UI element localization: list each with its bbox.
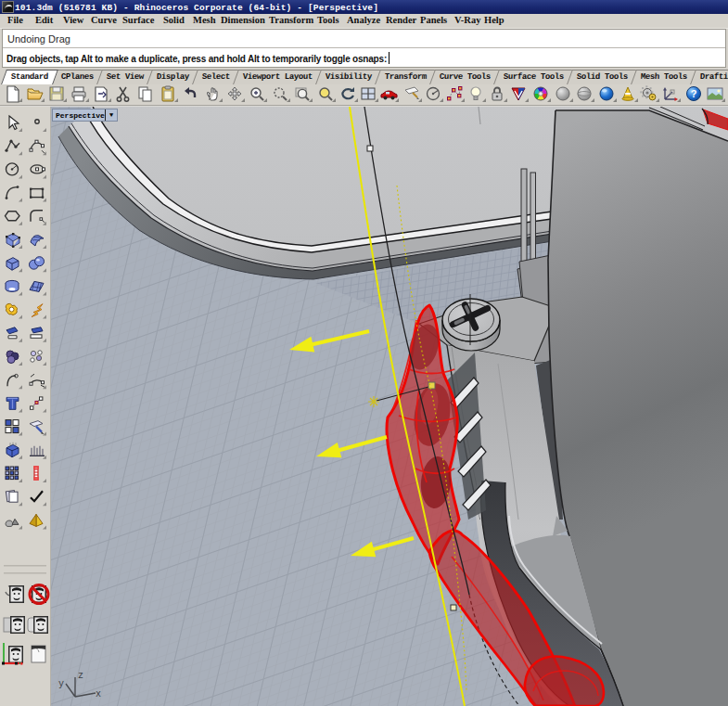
svg-text:?: ?: [691, 88, 697, 99]
svg-text:y: y: [58, 679, 64, 689]
svg-text:z: z: [78, 671, 83, 681]
svg-text:x: x: [96, 689, 101, 700]
